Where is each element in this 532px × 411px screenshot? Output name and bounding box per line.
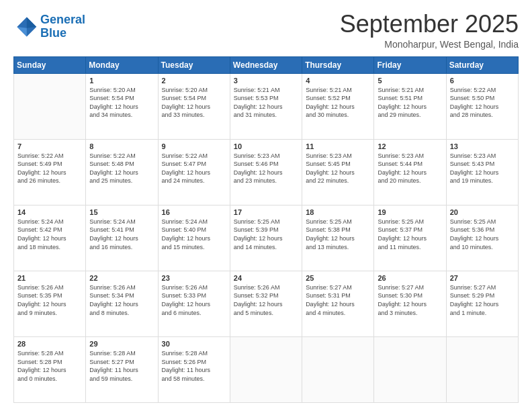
day-info: Sunrise: 5:21 AM Sunset: 5:51 PM Dayligh… [378,86,442,120]
day-number: 20 [450,208,515,216]
day-info: Sunrise: 5:27 AM Sunset: 5:31 PM Dayligh… [306,283,370,317]
day-info: Sunrise: 5:28 AM Sunset: 5:27 PM Dayligh… [89,349,154,383]
day-number: 8 [89,142,154,150]
day-info: Sunrise: 5:20 AM Sunset: 5:54 PM Dayligh… [162,86,226,120]
day-info: Sunrise: 5:24 AM Sunset: 5:40 PM Dayligh… [162,218,226,251]
day-number: 4 [306,77,370,85]
day-info: Sunrise: 5:27 AM Sunset: 5:29 PM Dayligh… [450,283,515,317]
calendar-day-cell: 22Sunrise: 5:26 AM Sunset: 5:34 PM Dayli… [86,271,158,336]
weekday-header-cell: Saturday [446,56,518,73]
day-info: Sunrise: 5:22 AM Sunset: 5:48 PM Dayligh… [89,152,154,185]
day-number: 14 [17,208,82,216]
day-info: Sunrise: 5:25 AM Sunset: 5:38 PM Dayligh… [306,218,370,251]
day-info: Sunrise: 5:24 AM Sunset: 5:42 PM Dayligh… [17,218,82,251]
day-number: 16 [162,208,226,216]
calendar-day-cell [302,336,374,402]
day-info: Sunrise: 5:28 AM Sunset: 5:26 PM Dayligh… [162,349,226,383]
day-info: Sunrise: 5:25 AM Sunset: 5:39 PM Dayligh… [234,218,298,251]
day-number: 29 [89,340,154,348]
calendar-day-cell: 17Sunrise: 5:25 AM Sunset: 5:39 PM Dayli… [230,205,302,271]
day-info: Sunrise: 5:27 AM Sunset: 5:30 PM Dayligh… [378,283,442,317]
day-info: Sunrise: 5:26 AM Sunset: 5:32 PM Dayligh… [234,283,298,317]
logo: General Blue [13,13,85,40]
day-info: Sunrise: 5:25 AM Sunset: 5:37 PM Dayligh… [378,218,442,251]
day-number: 27 [450,274,515,282]
calendar-day-cell: 20Sunrise: 5:25 AM Sunset: 5:36 PM Dayli… [446,205,518,271]
day-number: 25 [306,274,370,282]
day-number: 5 [378,77,442,85]
weekday-header-row: SundayMondayTuesdayWednesdayThursdayFrid… [14,56,519,73]
day-number: 3 [234,77,298,85]
svg-marker-2 [17,27,26,36]
day-number: 28 [17,340,82,348]
calendar-day-cell: 21Sunrise: 5:26 AM Sunset: 5:35 PM Dayli… [14,271,86,336]
day-info: Sunrise: 5:26 AM Sunset: 5:33 PM Dayligh… [162,283,226,317]
weekday-header-cell: Tuesday [158,56,230,73]
weekday-header-cell: Wednesday [230,56,302,73]
header: General Blue September 2025 Monoharpur, … [13,11,519,50]
month-title: September 2025 [340,11,519,38]
calendar-day-cell: 25Sunrise: 5:27 AM Sunset: 5:31 PM Dayli… [302,271,374,336]
weekday-header-cell: Friday [374,56,446,73]
day-number: 7 [17,142,82,150]
calendar-day-cell: 14Sunrise: 5:24 AM Sunset: 5:42 PM Dayli… [14,205,86,271]
title-area: September 2025 Monoharpur, West Bengal, … [340,11,519,50]
day-number: 13 [450,142,515,150]
calendar-day-cell: 9Sunrise: 5:22 AM Sunset: 5:47 PM Daylig… [158,139,230,205]
calendar-day-cell: 3Sunrise: 5:21 AM Sunset: 5:53 PM Daylig… [230,73,302,139]
calendar-week-row: 21Sunrise: 5:26 AM Sunset: 5:35 PM Dayli… [14,271,519,336]
day-info: Sunrise: 5:21 AM Sunset: 5:53 PM Dayligh… [234,86,298,120]
day-info: Sunrise: 5:23 AM Sunset: 5:43 PM Dayligh… [450,152,515,185]
calendar-day-cell: 30Sunrise: 5:28 AM Sunset: 5:26 PM Dayli… [158,336,230,402]
calendar-day-cell: 11Sunrise: 5:23 AM Sunset: 5:45 PM Dayli… [302,139,374,205]
calendar-day-cell: 5Sunrise: 5:21 AM Sunset: 5:51 PM Daylig… [374,73,446,139]
day-info: Sunrise: 5:23 AM Sunset: 5:46 PM Dayligh… [234,152,298,185]
logo-icon [13,15,38,39]
day-number: 17 [234,208,298,216]
day-info: Sunrise: 5:22 AM Sunset: 5:49 PM Dayligh… [17,152,82,185]
page: General Blue September 2025 Monoharpur, … [0,0,532,411]
calendar-day-cell: 29Sunrise: 5:28 AM Sunset: 5:27 PM Dayli… [86,336,158,402]
day-number: 15 [89,208,154,216]
calendar-day-cell: 1Sunrise: 5:20 AM Sunset: 5:54 PM Daylig… [86,73,158,139]
calendar-day-cell: 24Sunrise: 5:26 AM Sunset: 5:32 PM Dayli… [230,271,302,336]
calendar-day-cell: 4Sunrise: 5:21 AM Sunset: 5:52 PM Daylig… [302,73,374,139]
calendar-day-cell: 10Sunrise: 5:23 AM Sunset: 5:46 PM Dayli… [230,139,302,205]
day-info: Sunrise: 5:24 AM Sunset: 5:41 PM Dayligh… [89,218,154,251]
day-number: 21 [17,274,82,282]
day-info: Sunrise: 5:22 AM Sunset: 5:47 PM Dayligh… [162,152,226,185]
calendar-day-cell [14,73,86,139]
calendar-day-cell: 28Sunrise: 5:28 AM Sunset: 5:28 PM Dayli… [14,336,86,402]
calendar-day-cell: 16Sunrise: 5:24 AM Sunset: 5:40 PM Dayli… [158,205,230,271]
calendar-day-cell: 2Sunrise: 5:20 AM Sunset: 5:54 PM Daylig… [158,73,230,139]
weekday-header-cell: Thursday [302,56,374,73]
calendar-week-row: 1Sunrise: 5:20 AM Sunset: 5:54 PM Daylig… [14,73,519,139]
svg-marker-1 [27,17,36,28]
weekday-header-cell: Monday [86,56,158,73]
calendar-day-cell: 13Sunrise: 5:23 AM Sunset: 5:43 PM Dayli… [446,139,518,205]
calendar-week-row: 28Sunrise: 5:28 AM Sunset: 5:28 PM Dayli… [14,336,519,402]
day-info: Sunrise: 5:28 AM Sunset: 5:28 PM Dayligh… [17,349,82,383]
day-number: 10 [234,142,298,150]
day-info: Sunrise: 5:20 AM Sunset: 5:54 PM Dayligh… [89,86,154,120]
calendar-day-cell: 12Sunrise: 5:23 AM Sunset: 5:44 PM Dayli… [374,139,446,205]
day-info: Sunrise: 5:26 AM Sunset: 5:35 PM Dayligh… [17,283,82,317]
calendar-day-cell: 8Sunrise: 5:22 AM Sunset: 5:48 PM Daylig… [86,139,158,205]
day-number: 26 [378,274,442,282]
day-number: 23 [162,274,226,282]
day-info: Sunrise: 5:25 AM Sunset: 5:36 PM Dayligh… [450,218,515,251]
calendar-day-cell [374,336,446,402]
day-number: 19 [378,208,442,216]
day-number: 6 [450,77,515,85]
calendar-week-row: 14Sunrise: 5:24 AM Sunset: 5:42 PM Dayli… [14,205,519,271]
calendar-body: 1Sunrise: 5:20 AM Sunset: 5:54 PM Daylig… [14,73,519,402]
calendar-day-cell [230,336,302,402]
day-info: Sunrise: 5:23 AM Sunset: 5:45 PM Dayligh… [306,152,370,185]
calendar-day-cell: 27Sunrise: 5:27 AM Sunset: 5:29 PM Dayli… [446,271,518,336]
day-info: Sunrise: 5:21 AM Sunset: 5:52 PM Dayligh… [306,86,370,120]
day-number: 18 [306,208,370,216]
calendar-week-row: 7Sunrise: 5:22 AM Sunset: 5:49 PM Daylig… [14,139,519,205]
calendar-day-cell: 26Sunrise: 5:27 AM Sunset: 5:30 PM Dayli… [374,271,446,336]
day-number: 9 [162,142,226,150]
day-info: Sunrise: 5:26 AM Sunset: 5:34 PM Dayligh… [89,283,154,317]
